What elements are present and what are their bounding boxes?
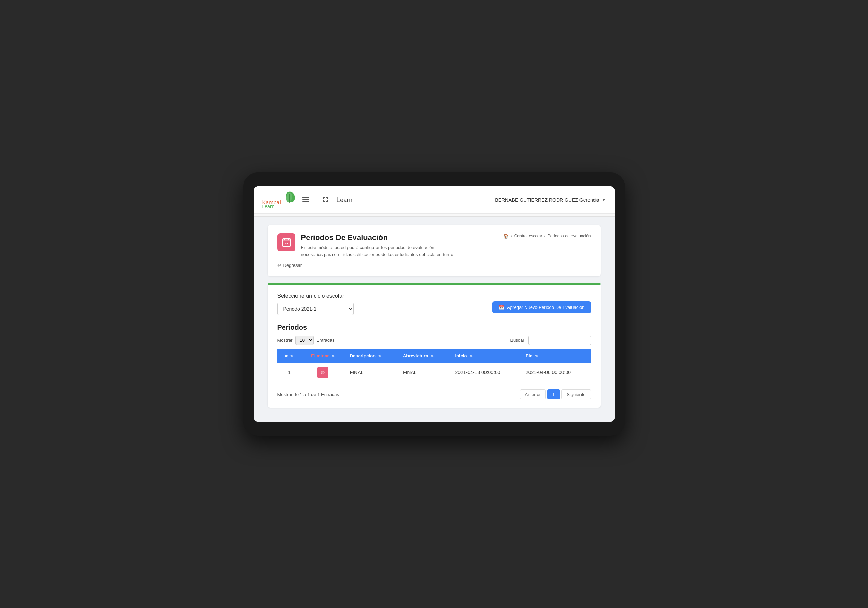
expand-icon — [322, 196, 329, 203]
page-header-left: 15 Periodos De Evaluación En este módulo… — [277, 233, 453, 258]
add-period-button[interactable]: 📅 Agregar Nuevo Periodo De Evaluación — [493, 301, 591, 313]
next-button[interactable]: Siguiente — [561, 389, 591, 400]
logo-area: Kambal Learn — [262, 191, 312, 209]
sub-header-bar — [254, 214, 614, 216]
header-learn-label: Learn — [336, 196, 352, 204]
table-controls: Mostrar 10 25 50 Entradas Buscar: — [277, 336, 591, 345]
page-description-line2: necesarios para emitir las calificacione… — [301, 251, 453, 258]
expand-button[interactable] — [320, 194, 331, 206]
svg-rect-7 — [282, 239, 291, 241]
table-header: # ⇅ Eliminar ⇅ Descripcion ⇅ Abreviatura… — [277, 349, 591, 363]
table-body: 1 ⊗ FINAL FINAL 2021-04-13 00:00:00 2021… — [277, 363, 591, 383]
table-card: Seleccione un ciclo escolar Periodo 2021… — [268, 285, 601, 408]
page-description-line1: En este módulo, usted podrá configurar l… — [301, 244, 453, 251]
breadcrumb-sep1: / — [511, 233, 512, 238]
col-num: # ⇅ — [277, 349, 301, 363]
delete-icon: ⊗ — [321, 370, 325, 375]
back-label: Regresar — [283, 263, 302, 268]
cell-eliminar: ⊗ — [301, 363, 344, 383]
sort-icon-desc: ⇅ — [378, 354, 381, 358]
cell-inicio: 2021-04-13 00:00:00 — [450, 363, 520, 383]
search-input[interactable] — [529, 336, 591, 345]
periodos-title: Periodos — [277, 323, 591, 331]
cell-descripcion: FINAL — [344, 363, 397, 383]
entries-select[interactable]: 10 25 50 — [296, 336, 314, 345]
page-title: Periodos De Evaluación — [301, 233, 453, 242]
tablet-frame: Kambal Learn — [243, 173, 625, 435]
logo-text: Kambal Learn — [262, 191, 296, 209]
data-table: # ⇅ Eliminar ⇅ Descripcion ⇅ Abreviatura… — [277, 349, 591, 383]
sort-icon-inicio: ⇅ — [470, 354, 472, 358]
cycle-select[interactable]: Periodo 2021-1 Periodo 2020-2 Periodo 20… — [277, 303, 354, 315]
breadcrumb-home-icon: 🏠 — [503, 233, 509, 239]
back-icon: ↩ — [277, 263, 281, 268]
back-button[interactable]: ↩ Regresar — [277, 263, 302, 268]
svg-rect-5 — [302, 201, 309, 202]
col-descripcion: Descripcion ⇅ — [344, 349, 397, 363]
col-eliminar: Eliminar ⇅ — [301, 349, 344, 363]
svg-rect-4 — [302, 199, 309, 200]
col-fin: Fin ⇅ — [520, 349, 591, 363]
breadcrumb-sep2: / — [544, 233, 545, 238]
cycle-row: Seleccione un ciclo escolar Periodo 2021… — [277, 293, 591, 315]
page-icon: 15 — [277, 233, 296, 251]
cell-abreviatura: FINAL — [397, 363, 450, 383]
sort-icon-fin: ⇅ — [535, 354, 538, 358]
calendar-icon: 15 — [282, 237, 291, 247]
logo-leaf-icon — [282, 191, 296, 204]
page-header-top: 15 Periodos De Evaluación En este módulo… — [277, 233, 591, 258]
cell-num: 1 — [277, 363, 301, 383]
col-inicio: Inicio ⇅ — [450, 349, 520, 363]
screen: Kambal Learn — [254, 187, 614, 421]
pagination-row: Mostrando 1 a 1 de 1 Entradas Anterior 1… — [277, 389, 591, 400]
cycle-selector-group: Seleccione un ciclo escolar Periodo 2021… — [277, 293, 354, 315]
delete-button[interactable]: ⊗ — [317, 367, 329, 378]
svg-text:15: 15 — [285, 242, 288, 245]
sort-icon-num: ⇅ — [290, 354, 293, 358]
sort-icon-eliminar: ⇅ — [332, 354, 334, 358]
breadcrumb-control-escolar[interactable]: Control escolar — [514, 233, 542, 238]
header: Kambal Learn — [254, 187, 614, 214]
chevron-down-icon: ▼ — [602, 197, 606, 202]
breadcrumb: 🏠 / Control escolar / Periodos de evalua… — [503, 233, 591, 239]
user-menu[interactable]: BERNABE GUTIERREZ RODRIGUEZ Gerencia ▼ — [495, 197, 606, 203]
showing-label: Mostrando 1 a 1 de 1 Entradas — [277, 392, 339, 397]
hamburger-button[interactable] — [300, 194, 312, 206]
hamburger-icon — [302, 196, 309, 203]
main-content: 15 Periodos De Evaluación En este módulo… — [254, 225, 614, 421]
user-name-label: BERNABE GUTIERREZ RODRIGUEZ Gerencia — [495, 197, 599, 203]
col-abreviatura: Abreviatura ⇅ — [397, 349, 450, 363]
add-period-icon: 📅 — [499, 305, 504, 310]
breadcrumb-current: Periodos de evaluación — [547, 233, 591, 238]
table-row: 1 ⊗ FINAL FINAL 2021-04-13 00:00:00 2021… — [277, 363, 591, 383]
show-entries: Mostrar 10 25 50 Entradas — [277, 336, 335, 345]
page-header-text: Periodos De Evaluación En este módulo, u… — [301, 233, 453, 258]
page-header-card: 15 Periodos De Evaluación En este módulo… — [268, 225, 601, 276]
svg-rect-3 — [302, 197, 309, 198]
pagination-buttons: Anterior 1 Siguiente — [520, 389, 591, 400]
search-label: Buscar: — [510, 337, 525, 343]
cycle-label: Seleccione un ciclo escolar — [277, 293, 354, 299]
add-period-label: Agregar Nuevo Periodo De Evaluación — [507, 305, 584, 310]
prev-button[interactable]: Anterior — [520, 389, 546, 400]
search-area: Buscar: — [510, 336, 591, 345]
show-label: Mostrar — [277, 337, 293, 343]
cell-fin: 2021-04-06 00:00:00 — [520, 363, 591, 383]
sort-icon-abrev: ⇅ — [431, 354, 434, 358]
page-1-button[interactable]: 1 — [547, 389, 560, 400]
entries-label: Entradas — [316, 337, 335, 343]
